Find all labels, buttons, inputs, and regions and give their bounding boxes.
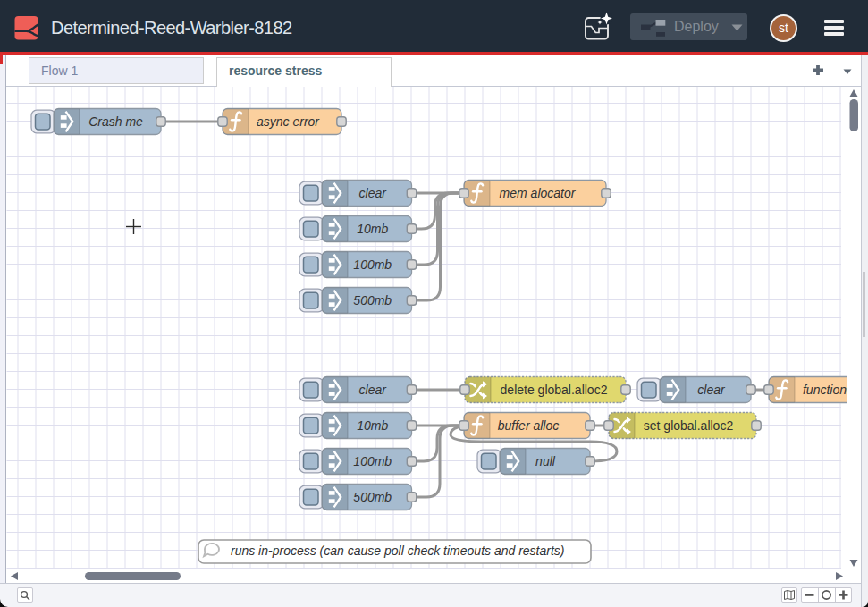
svg-text:clear: clear <box>359 383 388 397</box>
svg-text:clear: clear <box>697 383 726 397</box>
svg-text:async error: async error <box>257 114 320 129</box>
svg-text:null: null <box>535 454 556 468</box>
svg-text:10mb: 10mb <box>357 222 388 236</box>
svg-text:500mb: 500mb <box>353 490 392 504</box>
svg-text:100mb: 100mb <box>353 454 392 468</box>
svg-text:10mb: 10mb <box>357 418 388 433</box>
svg-text:runs in-process (can cause pol: runs in-process (can cause poll check ti… <box>231 544 565 558</box>
svg-text:clear: clear <box>359 186 388 200</box>
svg-text:Crash me: Crash me <box>88 114 143 129</box>
svg-text:set global.alloc2: set global.alloc2 <box>644 418 734 433</box>
svg-text:500mb: 500mb <box>353 293 392 308</box>
svg-text:100mb: 100mb <box>353 257 392 272</box>
svg-text:delete global.alloc2: delete global.alloc2 <box>501 383 608 397</box>
svg-text:mem alocator: mem alocator <box>500 186 577 200</box>
svg-text:function: function <box>803 383 847 397</box>
svg-text:buffer alloc: buffer alloc <box>498 418 559 433</box>
